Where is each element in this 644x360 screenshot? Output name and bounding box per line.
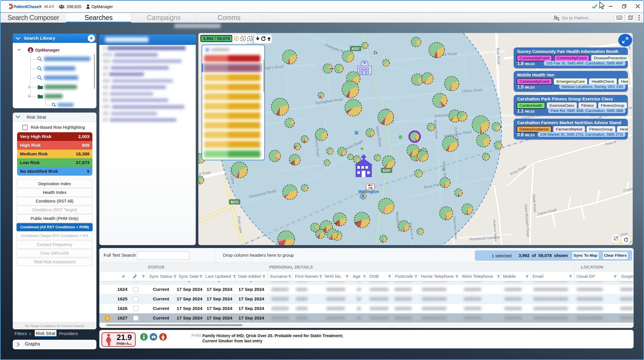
svg-text:A237: A237: [383, 169, 390, 172]
svg-text:Wallington: Wallington: [358, 189, 379, 194]
svg-text:Bute Road: Bute Road: [496, 48, 501, 64]
svg-text:A237: A237: [352, 47, 359, 50]
svg-text:B271: B271: [231, 200, 238, 204]
svg-text:?: ?: [362, 194, 364, 199]
